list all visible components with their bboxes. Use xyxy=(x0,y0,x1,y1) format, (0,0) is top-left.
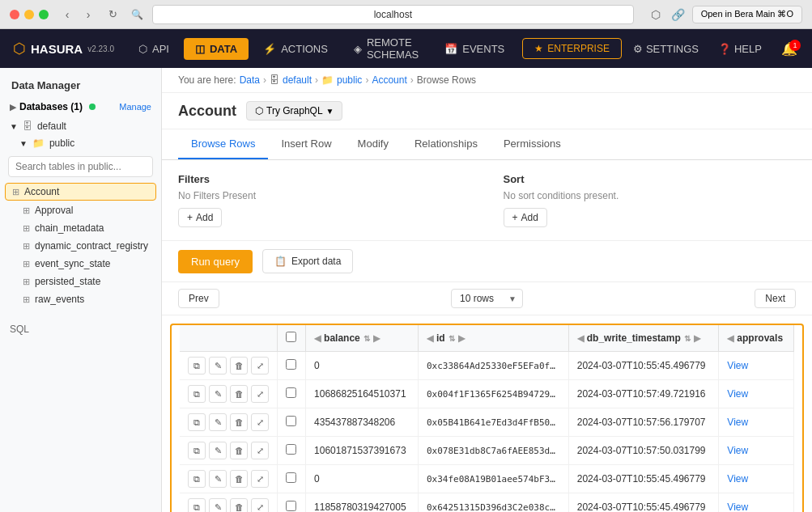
user-button[interactable]: 👤 xyxy=(809,35,812,62)
databases-label: Databases (1) xyxy=(19,101,83,112)
delete-button-4[interactable]: 🗑 xyxy=(230,470,248,488)
manage-button[interactable]: Manage xyxy=(119,102,151,112)
view-link-2[interactable]: View xyxy=(727,417,748,428)
tab-permissions[interactable]: Permissions xyxy=(491,129,574,159)
approvals-nav-left[interactable]: ◀ xyxy=(727,333,733,344)
balance-sort-icon[interactable]: ⇅ xyxy=(363,334,370,343)
forward-button[interactable]: › xyxy=(79,6,97,23)
id-nav-left[interactable]: ◀ xyxy=(427,333,433,344)
try-graphql-button[interactable]: ⬡ Try GraphQL ▼ xyxy=(246,101,342,121)
breadcrumb-default[interactable]: default xyxy=(283,74,312,86)
view-link-1[interactable]: View xyxy=(727,388,748,400)
sidebar-item-dynamic-contract-registry[interactable]: ⊞ dynamic_contract_registry xyxy=(0,237,161,255)
copy-button-0[interactable]: ⧉ xyxy=(188,357,206,374)
edit-button-0[interactable]: ✎ xyxy=(209,357,227,374)
enterprise-button[interactable]: ★ ENTERPRISE xyxy=(522,38,622,59)
row-select-checkbox-5[interactable] xyxy=(286,501,296,511)
nav-data[interactable]: ◫ DATA xyxy=(184,38,249,60)
copy-button-2[interactable]: ⧉ xyxy=(188,413,206,431)
notifications-button[interactable]: 🔔 1 xyxy=(773,36,806,61)
expand-button-5[interactable]: ⤢ xyxy=(251,498,269,512)
edit-button-5[interactable]: ✎ xyxy=(209,498,227,512)
expand-button-2[interactable]: ⤢ xyxy=(251,413,269,431)
refresh-button[interactable]: ↻ xyxy=(104,6,121,23)
close-dot[interactable] xyxy=(10,10,19,19)
view-link-3[interactable]: View xyxy=(727,445,748,456)
add-sort-button[interactable]: + Add xyxy=(504,208,547,227)
edit-button-4[interactable]: ✎ xyxy=(209,470,227,488)
expand-button-3[interactable]: ⤢ xyxy=(251,442,269,459)
open-in-button[interactable]: Open in Bera Main ⌘O xyxy=(692,6,802,23)
th-db-write-timestamp: ◀ db_write_timestamp ⇅ ▶ xyxy=(568,325,719,352)
run-query-button[interactable]: Run query xyxy=(178,250,253,273)
sidebar-item-raw-events[interactable]: ⊞ raw_events xyxy=(0,290,161,308)
delete-button-2[interactable]: 🗑 xyxy=(230,413,248,431)
table-icon-dynamic-contract: ⊞ xyxy=(23,241,30,252)
sql-label[interactable]: SQL xyxy=(10,324,29,335)
nav-events[interactable]: 📅 EVENTS xyxy=(433,38,516,60)
sidebar-item-approval[interactable]: ⊞ Approval xyxy=(0,201,161,219)
delete-button-3[interactable]: 🗑 xyxy=(230,442,248,459)
row-select-checkbox-0[interactable] xyxy=(286,359,296,370)
edit-button-1[interactable]: ✎ xyxy=(209,385,227,403)
address-bar[interactable]: localhost xyxy=(152,5,634,24)
edit-button-2[interactable]: ✎ xyxy=(209,413,227,431)
balance-nav-left[interactable]: ◀ xyxy=(314,333,321,344)
nav-actions[interactable]: ⚡ ACTIONS xyxy=(252,38,339,60)
nav-remote-schemas[interactable]: ◈ REMOTE SCHEMAS xyxy=(342,32,430,66)
id-sort-icon[interactable]: ⇅ xyxy=(449,334,455,343)
delete-button-5[interactable]: 🗑 xyxy=(230,498,248,512)
row-select-checkbox-1[interactable] xyxy=(286,387,296,398)
row-select-checkbox-4[interactable] xyxy=(286,472,296,483)
rows-select[interactable]: 10 rows 25 rows 50 rows 100 rows xyxy=(451,289,523,308)
select-all-checkbox[interactable] xyxy=(286,332,296,342)
prev-page-button[interactable]: Prev xyxy=(178,289,219,308)
id-nav-right[interactable]: ▶ xyxy=(458,333,465,344)
tab-modify[interactable]: Modify xyxy=(345,129,402,159)
add-filter-button[interactable]: + Add xyxy=(178,208,222,227)
nav-api[interactable]: ⬡ API xyxy=(127,38,181,60)
breadcrumb-data[interactable]: Data xyxy=(240,74,260,86)
next-page-button[interactable]: Next xyxy=(755,289,796,308)
expand-button-0[interactable]: ⤢ xyxy=(251,357,269,374)
search-tables-input[interactable] xyxy=(8,156,153,177)
copy-button-5[interactable]: ⧉ xyxy=(188,498,206,512)
expand-button-4[interactable]: ⤢ xyxy=(251,470,269,488)
sidebar-item-public-schema[interactable]: ▼ 📁 public xyxy=(0,135,161,151)
breadcrumb-public[interactable]: public xyxy=(337,74,362,86)
ts-sort-icon[interactable]: ⇅ xyxy=(684,334,691,343)
delete-button-1[interactable]: 🗑 xyxy=(230,385,248,403)
sidebar-item-default-db[interactable]: ▼ 🗄 default xyxy=(0,117,161,135)
export-data-button[interactable]: 📋 Export data xyxy=(262,249,353,273)
maximize-dot[interactable] xyxy=(39,10,49,19)
row-select-checkbox-2[interactable] xyxy=(286,416,296,426)
ts-nav-left[interactable]: ◀ xyxy=(577,333,584,344)
tab-browse-rows[interactable]: Browse Rows xyxy=(178,129,268,159)
balance-nav-right[interactable]: ▶ xyxy=(373,333,380,344)
tab-relationships[interactable]: Relationships xyxy=(402,129,491,159)
table-row: ⧉ ✎ 🗑 ⤢ 10601871537391673 0x078E31db8C7a… xyxy=(180,437,794,465)
delete-button-0[interactable]: 🗑 xyxy=(230,357,248,374)
minimize-dot[interactable] xyxy=(24,10,34,19)
breadcrumb-account[interactable]: Account xyxy=(372,74,406,86)
settings-button[interactable]: ⚙ SETTINGS xyxy=(625,38,707,60)
expand-button-1[interactable]: ⤢ xyxy=(251,385,269,403)
tab-insert-row[interactable]: Insert Row xyxy=(268,129,344,159)
ts-nav-right[interactable]: ▶ xyxy=(694,333,700,344)
sidebar-item-event-sync-state[interactable]: ⊞ event_sync_state xyxy=(0,255,161,273)
help-button[interactable]: ❓ HELP xyxy=(710,38,770,60)
edit-button-3[interactable]: ✎ xyxy=(209,442,227,459)
row-approvals-3: View xyxy=(719,437,794,465)
row-select-checkbox-3[interactable] xyxy=(286,444,296,455)
back-button[interactable]: ‹ xyxy=(58,6,76,23)
copy-button-3[interactable]: ⧉ xyxy=(188,442,206,459)
rows-per-page-selector[interactable]: 10 rows 25 rows 50 rows 100 rows ▼ xyxy=(451,289,523,308)
view-link-0[interactable]: View xyxy=(727,360,748,371)
sidebar-item-chain-metadata[interactable]: ⊞ chain_metadata xyxy=(0,219,161,237)
copy-button-4[interactable]: ⧉ xyxy=(188,470,206,488)
view-link-4[interactable]: View xyxy=(727,473,748,484)
sidebar-item-persisted-state[interactable]: ⊞ persisted_state xyxy=(0,273,161,290)
copy-button-1[interactable]: ⧉ xyxy=(188,385,206,403)
view-link-5[interactable]: View xyxy=(727,501,748,512)
sidebar-item-account[interactable]: ⊞ Account xyxy=(5,183,156,201)
